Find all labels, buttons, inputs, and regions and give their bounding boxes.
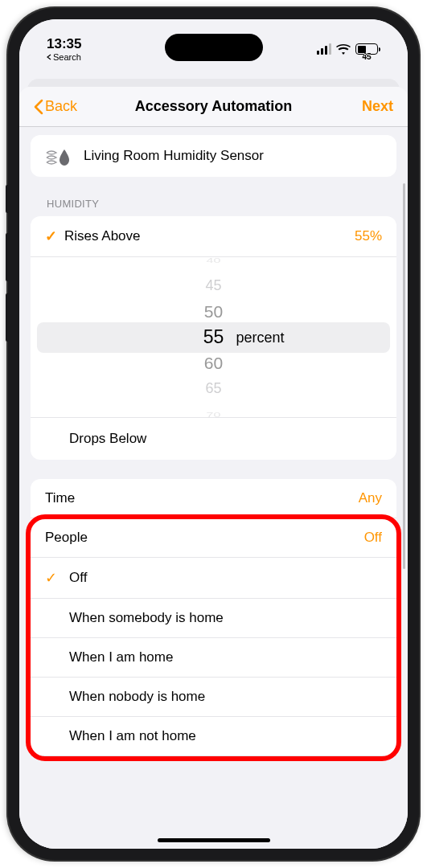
time-value: Any (359, 490, 382, 506)
scroll-indicator[interactable] (403, 183, 405, 569)
people-row[interactable]: People Off (31, 518, 396, 558)
picker-option-selected[interactable]: 55 (203, 327, 224, 348)
humidity-picker[interactable]: 40 45 50 55 60 65 70 percent (31, 257, 396, 418)
picker-option[interactable]: 65 (205, 379, 221, 399)
phone-frame: 13:35 Search 45 Back (8, 8, 419, 860)
people-option-label: When I am home (69, 649, 173, 665)
page-title: Accessory Automation (135, 98, 292, 115)
next-button[interactable]: Next (362, 98, 393, 115)
people-option-i-not-home[interactable]: When I am not home (31, 717, 396, 756)
checkmark-icon: ✓ (45, 569, 69, 587)
picker-option[interactable]: 40 (207, 254, 221, 267)
humidity-sensor-icon (45, 146, 72, 166)
people-option-i-am-home[interactable]: When I am home (31, 638, 396, 678)
home-indicator[interactable] (158, 838, 270, 842)
humidity-section-header: HUMIDITY (31, 191, 396, 216)
back-label: Back (45, 98, 77, 115)
rises-above-value: 55% (355, 228, 382, 244)
checkmark-icon: ✓ (45, 227, 64, 245)
picker-option[interactable]: 70 (207, 408, 221, 421)
status-time: 13:35 (47, 36, 81, 52)
modal-sheet: Back Accessory Automation Next L (19, 87, 408, 849)
picker-option[interactable]: 60 (204, 353, 223, 374)
drops-below-label: Drops Below (69, 431, 146, 446)
accessory-name: Living Room Humidity Sensor (84, 148, 264, 164)
rises-above-label: Rises Above (64, 228, 355, 244)
people-option-off[interactable]: ✓ Off (31, 558, 396, 599)
battery-icon: 45 (355, 43, 380, 55)
conditions-card: Time Any People Off ✓ Off When somebody … (31, 479, 396, 756)
people-value: Off (364, 530, 382, 546)
time-label: Time (45, 490, 359, 506)
breadcrumb-back[interactable]: Search (47, 52, 81, 62)
people-option-nobody-home[interactable]: When nobody is home (31, 678, 396, 717)
screen: 13:35 Search 45 Back (19, 19, 408, 849)
chevron-left-icon (34, 99, 43, 115)
people-option-label: When I am not home (69, 728, 196, 744)
navigation-bar: Back Accessory Automation Next (19, 87, 408, 127)
picker-unit-label: percent (236, 329, 285, 346)
people-option-label: Off (69, 570, 87, 586)
humidity-card: ✓ Rises Above 55% 40 45 50 55 60 65 (31, 216, 396, 460)
dynamic-island (165, 34, 263, 61)
content-area[interactable]: Living Room Humidity Sensor HUMIDITY ✓ R… (19, 127, 408, 845)
accessory-row[interactable]: Living Room Humidity Sensor (31, 135, 396, 177)
breadcrumb-label: Search (53, 52, 81, 62)
picker-option[interactable]: 45 (205, 276, 221, 297)
back-button[interactable]: Back (34, 98, 77, 115)
people-option-label: When somebody is home (69, 610, 224, 626)
people-option-label: When nobody is home (69, 689, 205, 705)
accessory-card: Living Room Humidity Sensor (31, 135, 396, 177)
people-label: People (45, 530, 364, 546)
people-option-somebody-home[interactable]: When somebody is home (31, 599, 396, 638)
wifi-icon (336, 44, 351, 55)
time-row[interactable]: Time Any (31, 479, 396, 518)
cellular-signal-icon (317, 43, 331, 55)
picker-option[interactable]: 50 (204, 301, 223, 322)
